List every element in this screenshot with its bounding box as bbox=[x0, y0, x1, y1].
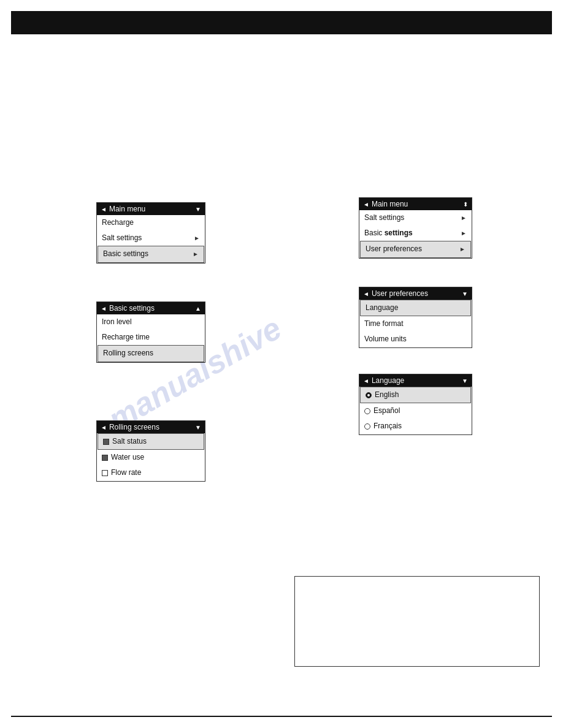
list-item-highlighted[interactable]: User preferences ► bbox=[360, 241, 471, 257]
rolling-screens-menu: ◄Rolling screens ▼ Salt status Water use… bbox=[96, 420, 205, 482]
rolling-screens-title: ◄Rolling screens ▼ bbox=[97, 421, 205, 433]
main-menu-1-title: ◄Main menu ▼ bbox=[97, 203, 205, 215]
arrow-left-icon: ◄ bbox=[101, 424, 107, 431]
bottom-line bbox=[11, 716, 552, 717]
radio-empty-icon bbox=[364, 423, 370, 430]
checkbox-empty-icon bbox=[102, 470, 108, 476]
basic-settings-menu: ◄Basic settings ▲ Iron level Recharge ti… bbox=[96, 301, 205, 363]
radio-filled-icon bbox=[366, 392, 372, 398]
main-menu-2-title: ◄Main menu ⬍ bbox=[359, 198, 472, 210]
main-menu-2: ◄Main menu ⬍ Salt settings ► Basic setti… bbox=[359, 197, 472, 259]
arrow-left-icon: ◄ bbox=[101, 305, 107, 312]
dropdown-icon: ▼ bbox=[195, 206, 201, 213]
submenu-arrow-icon: ► bbox=[461, 229, 467, 238]
arrow-left-icon: ◄ bbox=[363, 377, 369, 384]
list-item[interactable]: Time format bbox=[359, 316, 472, 332]
arrow-left-icon: ◄ bbox=[363, 290, 369, 297]
list-item[interactable]: Salt settings ► bbox=[359, 210, 472, 226]
list-item[interactable]: Volume units bbox=[359, 332, 472, 347]
user-preferences-title: ◄User preferences ▼ bbox=[359, 287, 472, 300]
dropdown-icon: ▼ bbox=[462, 290, 468, 297]
checkbox-filled-icon bbox=[102, 455, 108, 461]
submenu-arrow-icon: ► bbox=[193, 249, 199, 259]
list-item[interactable]: Basic settings ► bbox=[359, 226, 472, 241]
updown-icon: ▲ bbox=[195, 305, 201, 312]
list-item[interactable]: Flow rate bbox=[97, 465, 205, 480]
list-item[interactable]: Iron level bbox=[97, 314, 205, 330]
list-item-highlighted[interactable]: English bbox=[360, 387, 471, 403]
top-bar bbox=[11, 11, 552, 34]
list-item[interactable]: Recharge time bbox=[97, 330, 205, 345]
list-item[interactable]: Recharge bbox=[97, 215, 205, 230]
updown-icon: ⬍ bbox=[463, 201, 468, 208]
language-menu: ◄Language ▼ English Español Français bbox=[359, 374, 472, 435]
radio-empty-icon bbox=[364, 408, 370, 414]
arrow-left-icon: ◄ bbox=[363, 201, 369, 208]
list-item[interactable]: Salt settings ► bbox=[97, 230, 205, 246]
user-preferences-menu: ◄User preferences ▼ Language Time format… bbox=[359, 287, 472, 348]
list-item-highlighted[interactable]: Salt status bbox=[98, 433, 204, 450]
main-menu-1: ◄Main menu ▼ Recharge Salt settings ► Ba… bbox=[96, 202, 205, 264]
submenu-arrow-icon: ► bbox=[459, 245, 465, 254]
large-empty-box bbox=[294, 576, 540, 667]
basic-settings-title: ◄Basic settings ▲ bbox=[97, 302, 205, 314]
submenu-arrow-icon: ► bbox=[461, 213, 467, 223]
submenu-arrow-icon: ► bbox=[194, 233, 200, 243]
checkbox-filled-icon bbox=[103, 439, 109, 445]
list-item[interactable]: Español bbox=[359, 403, 472, 419]
arrow-left-icon: ◄ bbox=[101, 206, 107, 213]
dropdown-icon: ▼ bbox=[195, 424, 201, 431]
list-item[interactable]: Water use bbox=[97, 450, 205, 465]
list-item-highlighted[interactable]: Language bbox=[360, 300, 471, 316]
list-item[interactable]: Français bbox=[359, 419, 472, 434]
dropdown-icon: ▼ bbox=[462, 377, 468, 384]
list-item-highlighted[interactable]: Rolling screens bbox=[98, 345, 204, 362]
language-title: ◄Language ▼ bbox=[359, 374, 472, 387]
list-item-highlighted[interactable]: Basic settings ► bbox=[98, 246, 204, 262]
